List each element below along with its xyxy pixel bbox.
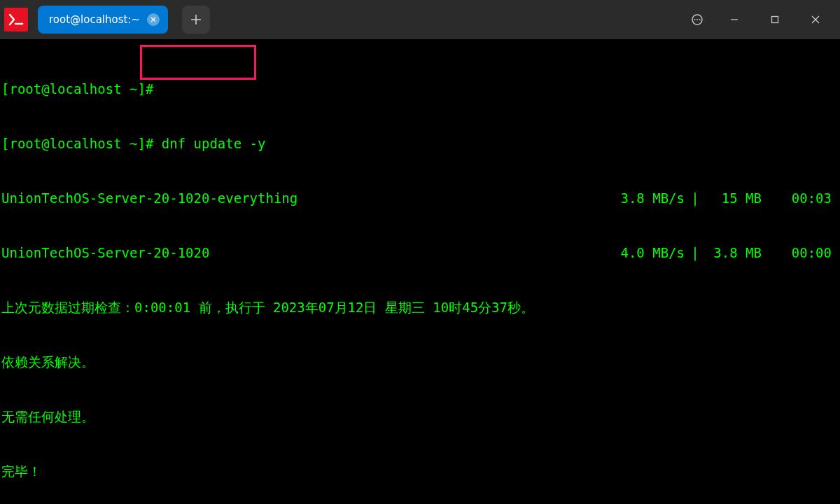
svg-point-4 [699, 19, 701, 20]
repo-name: UnionTechOS-Server-20-1020-everything [1, 189, 298, 207]
tab-title: root@localhost:~ [49, 13, 140, 26]
window-controls [680, 0, 836, 39]
settings-button[interactable] [680, 0, 714, 39]
repo-separator: | [685, 244, 706, 262]
prompt-line: [root@localhost ~]# [1, 80, 839, 98]
dependencies-line: 依赖关系解决。 [1, 353, 839, 371]
new-tab-button[interactable] [182, 6, 210, 34]
repo-name: UnionTechOS-Server-20-1020 [1, 244, 209, 262]
prompt-line-with-command: [root@localhost ~]# dnf update -y [1, 134, 839, 153]
repo-time: 00:03 [762, 189, 839, 207]
svg-rect-6 [772, 17, 778, 23]
metadata-check-line: 上次元数据过期检查：0:00:01 前，执行于 2023年07月12日 星期三 … [1, 298, 839, 316]
svg-point-3 [696, 19, 698, 20]
titlebar: root@localhost:~ [0, 0, 840, 39]
complete-line: 完毕！ [1, 462, 839, 480]
maximize-button[interactable] [755, 0, 795, 39]
repo-size: 15 MB [706, 189, 762, 207]
close-button[interactable] [795, 0, 836, 39]
repo-size: 3.8 MB [706, 244, 762, 262]
repo-speed: 4.0 MB/s [608, 244, 685, 262]
repo-time: 00:00 [762, 244, 839, 262]
command-text: dnf update -y [162, 136, 266, 151]
minimize-button[interactable] [714, 0, 755, 39]
prompt-prefix: [root@localhost ~]# [1, 136, 162, 151]
repo-row: UnionTechOS-Server-20-1020 4.0 MB/s | 3.… [1, 244, 839, 262]
repo-speed: 3.8 MB/s [608, 189, 685, 207]
repo-separator: | [685, 189, 706, 207]
nothing-to-do-line: 无需任何处理。 [1, 407, 839, 426]
terminal-app-icon [4, 8, 28, 31]
annotation-highlight-box [140, 45, 256, 80]
tab-close-button[interactable] [147, 13, 160, 26]
repo-row: UnionTechOS-Server-20-1020-everything 3.… [1, 189, 839, 207]
tab-terminal[interactable]: root@localhost:~ [38, 6, 168, 34]
svg-point-2 [694, 19, 696, 20]
terminal-output[interactable]: [root@localhost ~]# [root@localhost ~]# … [0, 39, 840, 504]
